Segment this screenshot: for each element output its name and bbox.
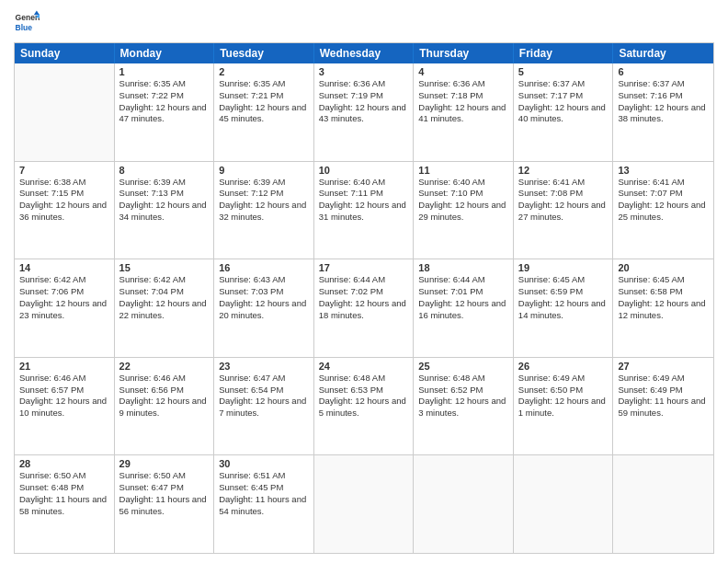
cell-info: Sunrise: 6:40 AM Sunset: 7:10 PM Dayligh…	[418, 177, 508, 224]
cell-info: Sunrise: 6:36 AM Sunset: 7:19 PM Dayligh…	[319, 78, 409, 125]
empty-cell	[514, 455, 614, 553]
calendar-container: General Blue SundayMondayTuesdayWednesda…	[0, 0, 728, 563]
header-day-tuesday: Tuesday	[214, 43, 314, 63]
day-cell-2: 2Sunrise: 6:35 AM Sunset: 7:21 PM Daylig…	[214, 63, 314, 161]
day-number: 28	[19, 458, 109, 469]
header-day-monday: Monday	[115, 43, 215, 63]
day-cell-9: 9Sunrise: 6:39 AM Sunset: 7:12 PM Daylig…	[214, 162, 314, 259]
cell-info: Sunrise: 6:41 AM Sunset: 7:07 PM Dayligh…	[618, 177, 709, 224]
day-cell-6: 6Sunrise: 6:37 AM Sunset: 7:16 PM Daylig…	[613, 63, 713, 161]
day-cell-1: 1Sunrise: 6:35 AM Sunset: 7:22 PM Daylig…	[115, 63, 215, 161]
logo-icon: General Blue	[14, 9, 40, 35]
day-number: 25	[418, 361, 508, 372]
day-cell-5: 5Sunrise: 6:37 AM Sunset: 7:17 PM Daylig…	[514, 63, 614, 161]
empty-cell	[414, 455, 514, 553]
header-day-friday: Friday	[514, 43, 614, 63]
empty-cell	[613, 455, 713, 553]
day-number: 19	[518, 262, 609, 273]
day-cell-26: 26Sunrise: 6:49 AM Sunset: 6:50 PM Dayli…	[514, 358, 614, 455]
day-number: 12	[518, 165, 609, 176]
cell-info: Sunrise: 6:49 AM Sunset: 6:50 PM Dayligh…	[518, 373, 609, 419]
cell-info: Sunrise: 6:45 AM Sunset: 6:59 PM Dayligh…	[518, 274, 609, 321]
day-cell-19: 19Sunrise: 6:45 AM Sunset: 6:59 PM Dayli…	[514, 259, 614, 357]
day-number: 3	[319, 66, 409, 77]
cell-info: Sunrise: 6:44 AM Sunset: 7:01 PM Dayligh…	[418, 274, 508, 321]
day-cell-14: 14Sunrise: 6:42 AM Sunset: 7:06 PM Dayli…	[15, 259, 115, 357]
cell-info: Sunrise: 6:42 AM Sunset: 7:04 PM Dayligh…	[119, 274, 210, 321]
day-number: 18	[418, 262, 508, 273]
cell-info: Sunrise: 6:51 AM Sunset: 6:45 PM Dayligh…	[219, 470, 309, 517]
empty-cell	[314, 455, 415, 553]
day-number: 13	[618, 165, 709, 176]
day-number: 7	[19, 165, 109, 176]
day-cell-23: 23Sunrise: 6:47 AM Sunset: 6:54 PM Dayli…	[214, 358, 314, 455]
day-cell-7: 7Sunrise: 6:38 AM Sunset: 7:15 PM Daylig…	[15, 162, 115, 259]
day-number: 21	[19, 361, 109, 372]
day-cell-12: 12Sunrise: 6:41 AM Sunset: 7:08 PM Dayli…	[514, 162, 614, 259]
day-cell-10: 10Sunrise: 6:40 AM Sunset: 7:11 PM Dayli…	[314, 162, 415, 259]
cell-info: Sunrise: 6:43 AM Sunset: 7:03 PM Dayligh…	[219, 274, 309, 321]
cell-info: Sunrise: 6:38 AM Sunset: 7:15 PM Dayligh…	[19, 177, 109, 224]
cell-info: Sunrise: 6:44 AM Sunset: 7:02 PM Dayligh…	[319, 274, 409, 321]
calendar-body: 1Sunrise: 6:35 AM Sunset: 7:22 PM Daylig…	[15, 63, 713, 553]
day-number: 30	[219, 458, 309, 469]
cell-info: Sunrise: 6:42 AM Sunset: 7:06 PM Dayligh…	[19, 274, 109, 321]
header-day-wednesday: Wednesday	[314, 43, 415, 63]
day-number: 4	[418, 66, 508, 77]
day-number: 29	[119, 458, 210, 469]
cell-info: Sunrise: 6:37 AM Sunset: 7:16 PM Dayligh…	[618, 78, 709, 125]
cell-info: Sunrise: 6:50 AM Sunset: 6:48 PM Dayligh…	[19, 470, 109, 517]
day-number: 27	[618, 361, 709, 372]
day-number: 2	[219, 66, 309, 77]
cell-info: Sunrise: 6:39 AM Sunset: 7:12 PM Dayligh…	[219, 177, 309, 224]
day-cell-25: 25Sunrise: 6:48 AM Sunset: 6:52 PM Dayli…	[414, 358, 514, 455]
day-cell-28: 28Sunrise: 6:50 AM Sunset: 6:48 PM Dayli…	[15, 455, 115, 553]
day-cell-27: 27Sunrise: 6:49 AM Sunset: 6:49 PM Dayli…	[613, 358, 713, 455]
day-number: 22	[119, 361, 210, 372]
calendar-row-5: 28Sunrise: 6:50 AM Sunset: 6:48 PM Dayli…	[15, 455, 713, 553]
day-number: 17	[319, 262, 409, 273]
day-cell-3: 3Sunrise: 6:36 AM Sunset: 7:19 PM Daylig…	[314, 63, 415, 161]
calendar-header-row: SundayMondayTuesdayWednesdayThursdayFrid…	[15, 43, 713, 63]
header-day-thursday: Thursday	[414, 43, 514, 63]
day-cell-11: 11Sunrise: 6:40 AM Sunset: 7:10 PM Dayli…	[414, 162, 514, 259]
day-number: 14	[19, 262, 109, 273]
day-cell-24: 24Sunrise: 6:48 AM Sunset: 6:53 PM Dayli…	[314, 358, 415, 455]
day-number: 26	[518, 361, 609, 372]
cell-info: Sunrise: 6:37 AM Sunset: 7:17 PM Dayligh…	[518, 78, 609, 125]
day-number: 23	[219, 361, 309, 372]
cell-info: Sunrise: 6:47 AM Sunset: 6:54 PM Dayligh…	[219, 373, 309, 419]
cell-info: Sunrise: 6:45 AM Sunset: 6:58 PM Dayligh…	[618, 274, 709, 321]
cell-info: Sunrise: 6:46 AM Sunset: 6:57 PM Dayligh…	[19, 373, 109, 419]
day-number: 9	[219, 165, 309, 176]
calendar: SundayMondayTuesdayWednesdayThursdayFrid…	[14, 42, 714, 554]
cell-info: Sunrise: 6:46 AM Sunset: 6:56 PM Dayligh…	[119, 373, 210, 419]
cell-info: Sunrise: 6:39 AM Sunset: 7:13 PM Dayligh…	[119, 177, 210, 224]
day-number: 5	[518, 66, 609, 77]
svg-text:Blue: Blue	[16, 23, 33, 32]
day-number: 10	[319, 165, 409, 176]
day-cell-21: 21Sunrise: 6:46 AM Sunset: 6:57 PM Dayli…	[15, 358, 115, 455]
cell-info: Sunrise: 6:40 AM Sunset: 7:11 PM Dayligh…	[319, 177, 409, 224]
cell-info: Sunrise: 6:41 AM Sunset: 7:08 PM Dayligh…	[518, 177, 609, 224]
cell-info: Sunrise: 6:50 AM Sunset: 6:47 PM Dayligh…	[119, 470, 210, 517]
day-cell-8: 8Sunrise: 6:39 AM Sunset: 7:13 PM Daylig…	[115, 162, 215, 259]
cell-info: Sunrise: 6:35 AM Sunset: 7:21 PM Dayligh…	[219, 78, 309, 125]
cell-info: Sunrise: 6:48 AM Sunset: 6:52 PM Dayligh…	[418, 373, 508, 419]
page-header: General Blue	[14, 9, 714, 35]
day-number: 6	[618, 66, 709, 77]
calendar-row-4: 21Sunrise: 6:46 AM Sunset: 6:57 PM Dayli…	[15, 358, 713, 456]
day-number: 20	[618, 262, 709, 273]
day-number: 1	[119, 66, 210, 77]
logo: General Blue	[14, 9, 40, 35]
day-cell-18: 18Sunrise: 6:44 AM Sunset: 7:01 PM Dayli…	[414, 259, 514, 357]
day-cell-13: 13Sunrise: 6:41 AM Sunset: 7:07 PM Dayli…	[613, 162, 713, 259]
day-cell-16: 16Sunrise: 6:43 AM Sunset: 7:03 PM Dayli…	[214, 259, 314, 357]
calendar-row-2: 7Sunrise: 6:38 AM Sunset: 7:15 PM Daylig…	[15, 162, 713, 260]
day-cell-17: 17Sunrise: 6:44 AM Sunset: 7:02 PM Dayli…	[314, 259, 415, 357]
day-number: 11	[418, 165, 508, 176]
cell-info: Sunrise: 6:48 AM Sunset: 6:53 PM Dayligh…	[319, 373, 409, 419]
day-number: 15	[119, 262, 210, 273]
header-day-saturday: Saturday	[613, 43, 713, 63]
cell-info: Sunrise: 6:49 AM Sunset: 6:49 PM Dayligh…	[618, 373, 709, 419]
